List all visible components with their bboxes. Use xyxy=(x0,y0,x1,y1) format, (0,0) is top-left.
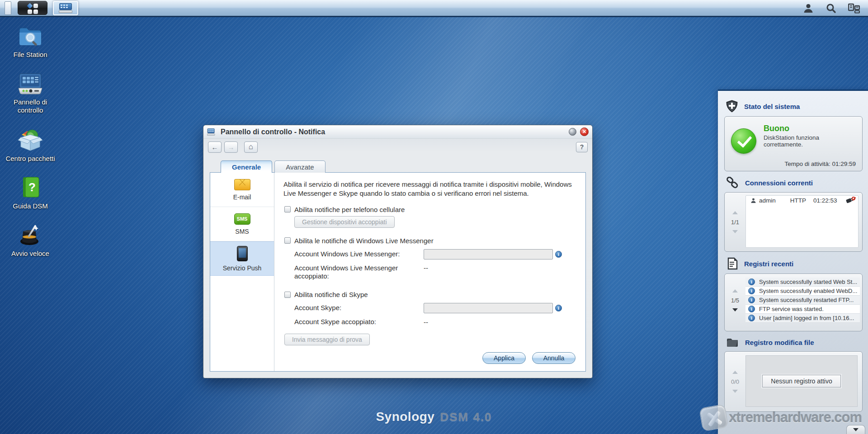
dsm-help-icon: ? xyxy=(19,176,42,199)
connection-row[interactable]: admin HTTP 01:22:53 xyxy=(746,196,858,205)
page-down-icon[interactable] xyxy=(732,390,738,393)
show-desktop-button[interactable] xyxy=(5,1,11,15)
home-button[interactable]: ⌂ xyxy=(244,142,258,153)
sidebar-item-sms[interactable]: SMS SMS xyxy=(210,207,274,241)
widget-panel-collapse-button[interactable] xyxy=(846,425,865,434)
log-document-icon xyxy=(726,257,738,270)
pilot-view-icon[interactable] xyxy=(848,3,860,14)
main-menu-button[interactable] xyxy=(18,1,47,15)
page-up-icon[interactable] xyxy=(732,371,738,374)
tab-zone: Generale Avanzate E-mail SMS SMS Serviz xyxy=(203,155,592,378)
wlm-paired-value: -- xyxy=(424,264,428,272)
page-down-icon[interactable] xyxy=(732,308,738,311)
desktop-icon-dsm-help[interactable]: ? Guida DSM xyxy=(3,176,58,210)
log-text: User [admin] logged in from [10.16... xyxy=(759,315,854,321)
taskbar-item-control-panel[interactable] xyxy=(53,1,78,15)
uptime-text: Tempo di attività: 01:29:59 xyxy=(784,160,856,167)
pager-label: 0/0 xyxy=(731,378,739,385)
cellphone-notifications-checkbox[interactable] xyxy=(284,206,291,212)
apply-button[interactable]: Applica xyxy=(482,352,526,364)
desktop-icons: File Station Pannello di controllo xyxy=(3,24,58,258)
connections-list: admin HTTP 01:22:53 xyxy=(745,195,859,248)
widget-title: Registri recenti xyxy=(744,260,793,268)
page-up-icon[interactable] xyxy=(732,211,738,214)
info-icon: i xyxy=(748,288,755,294)
desktop-icon-label: Centro pacchetti xyxy=(5,155,55,162)
skype-info-icon[interactable]: i xyxy=(555,305,562,311)
desktop-icon-file-station[interactable]: File Station xyxy=(3,24,58,58)
pin-window-button[interactable] xyxy=(569,128,576,136)
connection-protocol: HTTP xyxy=(790,197,806,204)
log-row[interactable]: iSystem successfully enabled WebD... xyxy=(745,287,860,296)
sidebar-item-push-service[interactable]: Servizio Push xyxy=(210,241,274,276)
push-service-icon xyxy=(237,246,248,261)
page-down-icon[interactable] xyxy=(732,230,738,233)
taskbar-tray xyxy=(803,3,863,14)
cancel-button[interactable]: Annulla xyxy=(532,352,576,364)
notification-panel: E-mail SMS SMS Servizio Push Abilita il … xyxy=(210,172,586,372)
connection-time: 01:22:53 xyxy=(813,197,837,204)
tab-avanzate[interactable]: Avanzate xyxy=(274,160,325,173)
wlm-notifications-checkbox[interactable] xyxy=(284,237,291,244)
status-good-icon xyxy=(731,128,756,154)
disconnect-icon[interactable] xyxy=(846,198,854,204)
wlm-notifications-label: Abilita le notifiche di Windows Live Mes… xyxy=(294,237,434,245)
log-row[interactable]: iUser [admin] logged in from [10.16... xyxy=(745,314,860,323)
logs-pager: 1/5 xyxy=(725,277,745,324)
dialog-footer: Applica Annulla xyxy=(482,352,576,364)
shield-icon xyxy=(726,100,738,113)
log-row[interactable]: iFTP service was started. xyxy=(745,305,860,314)
folder-icon xyxy=(726,337,739,348)
close-window-button[interactable] xyxy=(580,127,589,136)
synology-logo-text: Synology xyxy=(376,410,434,424)
search-icon[interactable] xyxy=(826,3,836,14)
widget-panel: Stato del sistema Buono DiskStation funz… xyxy=(718,90,868,434)
wlm-account-input[interactable] xyxy=(424,249,553,259)
intro-text: Abilita il servizio di notifica per rice… xyxy=(283,180,576,198)
forward-button[interactable]: → xyxy=(224,142,238,153)
user-row-icon xyxy=(750,198,756,203)
file-log-pager: 0/0 xyxy=(725,352,745,411)
send-test-message-button[interactable]: Invia messaggio di prova xyxy=(284,334,370,345)
tab-strip: Generale Avanzate xyxy=(221,160,586,173)
system-health-card: Buono DiskStation funziona correttamente… xyxy=(724,116,863,171)
help-button[interactable]: ? xyxy=(576,142,588,152)
desktop-icon-label: Avvio veloce xyxy=(11,250,49,257)
info-icon: i xyxy=(748,315,755,321)
skype-paired-label: Account Skype accoppiato: xyxy=(294,318,424,326)
skype-notifications-label: Abilita notifiche di Skype xyxy=(294,291,368,298)
quick-start-icon xyxy=(18,223,43,247)
sidebar-item-label: SMS xyxy=(235,228,249,235)
health-status: Buono xyxy=(764,124,831,133)
sidebar-item-email[interactable]: E-mail xyxy=(210,173,274,207)
desktop-icon-package-center[interactable]: Centro pacchetti xyxy=(3,127,58,162)
window-toolbar: ← → ⌂ ? xyxy=(203,139,592,155)
desktop-icon-quick-start[interactable]: Avvio veloce xyxy=(3,223,58,257)
log-row[interactable]: iSystem successfully restarted FTP... xyxy=(745,296,860,305)
info-icon: i xyxy=(748,306,755,312)
user-icon[interactable] xyxy=(803,3,814,14)
log-text: System successfully started Web St... xyxy=(759,278,857,285)
dsm-branding: Synology DSM 4.0 xyxy=(376,410,492,424)
skype-notifications-checkbox[interactable] xyxy=(284,292,291,298)
manage-paired-devices-button[interactable]: Gestione dispositivi accoppiati xyxy=(294,216,395,228)
link-icon xyxy=(726,177,739,189)
taskbar xyxy=(0,0,868,17)
page-up-icon[interactable] xyxy=(732,289,738,292)
pager-label: 1/5 xyxy=(731,297,739,304)
back-button[interactable]: ← xyxy=(208,142,222,153)
desktop-icon-control-panel[interactable]: Pannello di controllo xyxy=(3,72,58,114)
window-titlebar[interactable]: Pannello di controllo - Notifica xyxy=(203,125,592,139)
tab-generale[interactable]: Generale xyxy=(221,160,272,173)
log-text: FTP service was started. xyxy=(759,306,824,312)
widget-file-change-log: Registro modifica file 0/0 Nessun regist… xyxy=(724,337,863,412)
log-row[interactable]: iSystem successfully started Web St... xyxy=(745,278,860,287)
control-panel-window: Pannello di controllo - Notifica ← → ⌂ ?… xyxy=(203,125,593,378)
sidebar-item-label: E-mail xyxy=(233,193,251,201)
wlm-info-icon[interactable]: i xyxy=(555,251,562,258)
connections-pager: 1/1 xyxy=(725,193,745,251)
package-center-icon xyxy=(17,127,43,152)
info-icon: i xyxy=(748,297,755,303)
skype-account-input[interactable] xyxy=(424,303,553,313)
chevron-down-icon xyxy=(853,428,859,431)
